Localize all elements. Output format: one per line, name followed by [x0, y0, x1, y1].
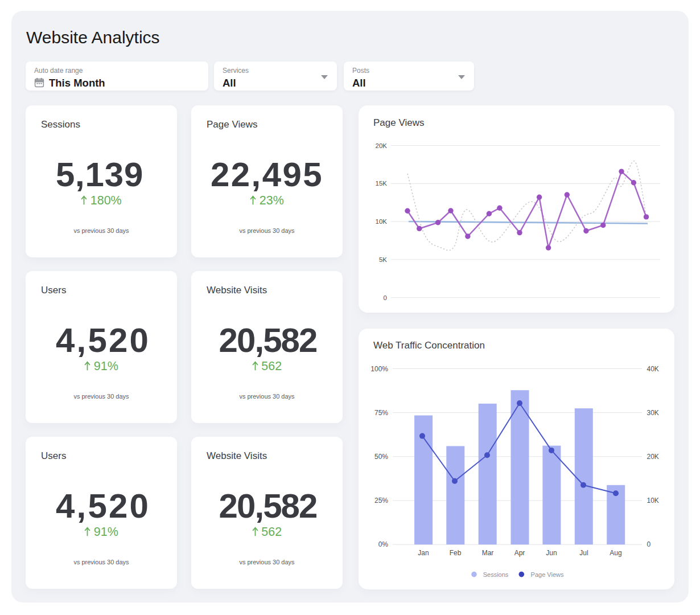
svg-text:25%: 25% — [374, 497, 388, 505]
svg-text:50%: 50% — [374, 453, 388, 461]
svg-text:Sessions: Sessions — [483, 571, 509, 578]
svg-text:0: 0 — [384, 294, 387, 301]
svg-text:20K: 20K — [376, 142, 388, 149]
svg-text:Aug: Aug — [610, 549, 621, 557]
svg-text:100%: 100% — [370, 365, 388, 373]
svg-text:15K: 15K — [376, 180, 388, 187]
svg-text:40K: 40K — [647, 365, 659, 373]
svg-text:30K: 30K — [647, 409, 659, 417]
svg-text:Page Views: Page Views — [531, 571, 564, 578]
svg-text:0: 0 — [647, 540, 651, 548]
svg-text:20K: 20K — [647, 453, 659, 461]
svg-text:75%: 75% — [374, 409, 388, 417]
svg-text:Jul: Jul — [579, 549, 588, 557]
svg-text:Apr: Apr — [514, 549, 525, 557]
svg-text:0%: 0% — [378, 540, 389, 548]
svg-text:5K: 5K — [379, 256, 387, 263]
svg-text:Feb: Feb — [450, 549, 462, 557]
svg-text:Jan: Jan — [418, 549, 429, 557]
svg-text:10K: 10K — [647, 497, 659, 505]
svg-text:Jun: Jun — [546, 549, 557, 557]
svg-text:Mar: Mar — [482, 549, 494, 557]
svg-text:10K: 10K — [376, 218, 388, 225]
